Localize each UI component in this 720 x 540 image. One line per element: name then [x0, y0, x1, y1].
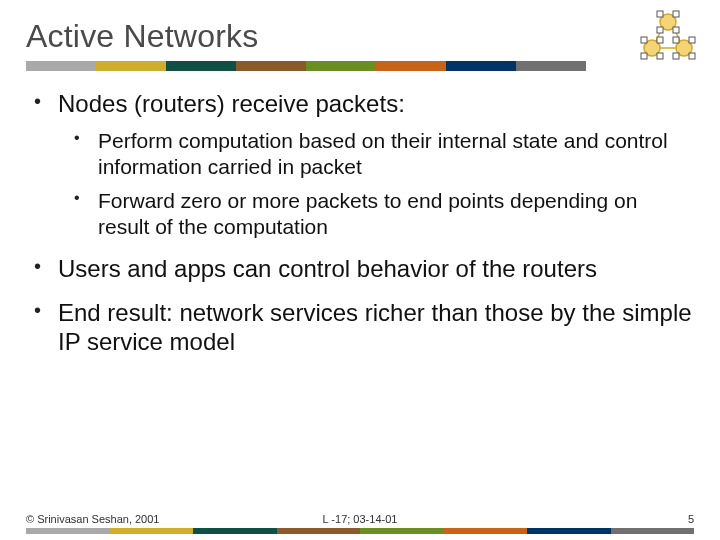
bullet-2: Users and apps can control behavior of t…: [30, 254, 694, 283]
slide-body: Nodes (routers) receive packets: Perform…: [26, 89, 694, 356]
svg-rect-16: [673, 53, 679, 59]
svg-rect-10: [641, 37, 647, 43]
bullet-2-text: Users and apps can control behavior of t…: [58, 255, 597, 282]
bullet-1-text: Nodes (routers) receive packets:: [58, 90, 405, 117]
bullet-1-sub-1-text: Perform computation based on their inter…: [98, 129, 668, 178]
network-cluster-icon: [632, 8, 704, 70]
slide: Active Networks Nodes (routers) receive …: [0, 0, 720, 540]
bullet-3-text: End result: network services richer than…: [58, 299, 692, 355]
svg-rect-8: [657, 27, 663, 33]
bullet-1-sub-2-text: Forward zero or more packets to end poin…: [98, 189, 637, 238]
svg-rect-7: [673, 11, 679, 17]
svg-rect-11: [657, 37, 663, 43]
bullet-1-sub-1: Perform computation based on their inter…: [58, 128, 694, 180]
footer-accent-bar: [26, 528, 694, 534]
svg-rect-13: [657, 53, 663, 59]
bullet-3: End result: network services richer than…: [30, 298, 694, 357]
bullet-1-sub-2: Forward zero or more packets to end poin…: [58, 188, 694, 240]
svg-rect-9: [673, 27, 679, 33]
svg-rect-12: [641, 53, 647, 59]
footer-page-number: 5: [471, 513, 694, 525]
footer-center: L -17; 03-14-01: [249, 513, 472, 525]
title-accent-bar: [26, 61, 586, 71]
bullet-1: Nodes (routers) receive packets: Perform…: [30, 89, 694, 240]
svg-rect-6: [657, 11, 663, 17]
footer-copyright: © Srinivasan Seshan, 2001: [26, 513, 249, 525]
slide-footer: © Srinivasan Seshan, 2001 L -17; 03-14-0…: [0, 513, 720, 540]
svg-rect-15: [689, 37, 695, 43]
svg-rect-17: [689, 53, 695, 59]
slide-title: Active Networks: [26, 18, 694, 55]
svg-rect-14: [673, 37, 679, 43]
